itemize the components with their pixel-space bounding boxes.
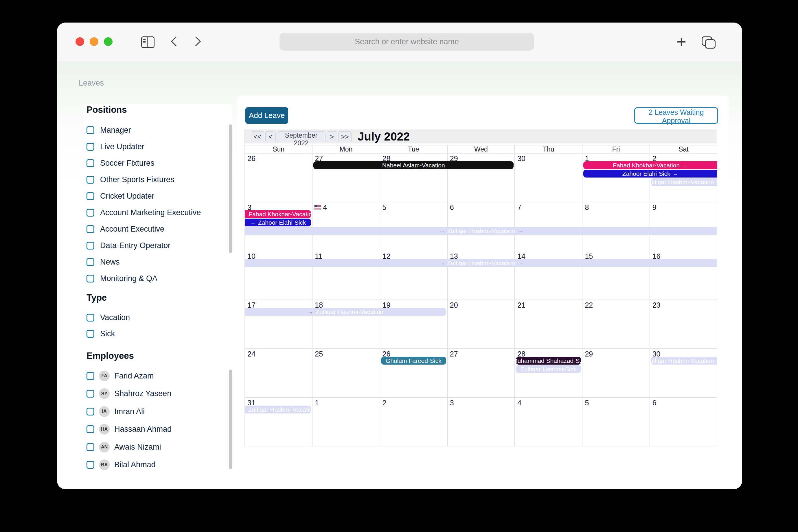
calendar-day-cell[interactable]: 22 (582, 300, 650, 349)
minimize-window-button[interactable] (90, 37, 98, 46)
checkbox-icon[interactable] (87, 192, 94, 200)
calendar-day-cell[interactable]: 24 (245, 349, 312, 398)
position-filter-item[interactable]: Manager (87, 124, 131, 136)
calendar-event[interactable]: →Zulfiqar Hashmi-Vacation→ (245, 227, 717, 235)
employee-filter-item[interactable]: SYShahroz Yaseen (87, 387, 171, 400)
calendar-day-cell[interactable]: 31 (245, 398, 312, 446)
employee-filter-item[interactable]: FAFarid Azam (87, 369, 154, 382)
tab-overview-icon[interactable] (702, 36, 718, 50)
address-search-input[interactable] (279, 33, 534, 51)
employees-scrollbar[interactable] (229, 369, 232, 469)
calendar-event[interactable]: →Zulfiqar Hashmi-Vacation→ (245, 259, 717, 267)
calendar-event[interactable]: Zulfiqar Hashmi-Sick (516, 365, 581, 373)
calendar-day-cell[interactable]: 11 (312, 251, 379, 300)
calendar-day-cell[interactable]: 30 (650, 349, 717, 398)
calendar-day-cell[interactable]: 6 (447, 202, 515, 251)
positions-scrollbar[interactable] (229, 124, 232, 253)
position-filter-item[interactable]: Cricket Updater (87, 190, 154, 202)
calendar-day-cell[interactable]: 19 (380, 300, 447, 349)
calendar-day-cell[interactable]: 30 (515, 153, 582, 202)
calendar-day-cell[interactable]: 2 (650, 153, 717, 202)
position-filter-item[interactable]: Monitoring & QA (87, 273, 157, 284)
calendar-day-cell[interactable]: 4 (515, 398, 582, 446)
calendar-day-cell[interactable]: 3 (245, 202, 312, 251)
calendar-day-cell[interactable]: 17 (245, 300, 312, 349)
calendar-day-cell[interactable]: 7 (515, 202, 582, 251)
checkbox-icon[interactable] (87, 225, 94, 233)
calendar-day-cell[interactable]: 21 (515, 300, 582, 349)
checkbox-icon[interactable] (87, 443, 94, 451)
calendar-event[interactable]: Muhammad Shahazad-S... (516, 357, 581, 365)
calendar-day-cell[interactable]: 9 (650, 202, 717, 251)
checkbox-icon[interactable] (87, 176, 94, 184)
position-filter-item[interactable]: Data-Entry Operator (87, 240, 170, 251)
calendar-day-cell[interactable]: 27 (312, 153, 379, 202)
type-filter-item[interactable]: Vacation (87, 312, 130, 323)
position-filter-item[interactable]: Account Marketing Executive (87, 207, 201, 218)
close-window-button[interactable] (75, 37, 84, 46)
checkbox-icon[interactable] (87, 275, 94, 283)
calendar-day-cell[interactable]: 10 (245, 251, 312, 300)
calendar-day-cell[interactable]: 26 (245, 153, 312, 202)
checkbox-icon[interactable] (87, 372, 94, 380)
calendar-day-cell[interactable]: 1 (312, 398, 379, 446)
calendar-day-cell[interactable]: 8 (582, 202, 650, 251)
calendar-day-cell[interactable]: 29 (582, 349, 650, 398)
calendar-day-cell[interactable]: 1 (582, 153, 650, 202)
calendar-day-cell[interactable]: 18 (312, 300, 379, 349)
calendar-day-cell[interactable]: 29 (447, 153, 515, 202)
employee-filter-item[interactable]: ANAwais Nizami (87, 441, 161, 453)
calendar-day-cell[interactable]: 3 (447, 398, 515, 446)
checkbox-icon[interactable] (87, 258, 94, 266)
calendar-event[interactable]: Zulfiqar Hashmi-Vacation→ (651, 357, 717, 365)
position-filter-item[interactable]: Other Sports Fixtures (87, 174, 174, 185)
calendar-fast-prev-button[interactable]: << (251, 131, 264, 142)
calendar-day-cell[interactable]: 28 (380, 153, 447, 202)
checkbox-icon[interactable] (87, 126, 94, 134)
calendar-event[interactable]: Zulfiqar Hashmi-Vacation→ (651, 178, 717, 186)
calendar-day-cell[interactable]: 26 (380, 349, 447, 398)
calendar-day-cell[interactable]: 4 (312, 202, 379, 251)
add-leave-button[interactable]: Add Leave (245, 107, 288, 124)
new-tab-button[interactable]: + (673, 34, 689, 50)
calendar-day-cell[interactable]: 16 (650, 251, 717, 300)
calendar-day-cell[interactable]: 12 (380, 251, 447, 300)
checkbox-icon[interactable] (87, 330, 94, 338)
calendar-day-cell[interactable]: 5 (582, 398, 650, 446)
calendar-day-cell[interactable]: 6 (650, 398, 717, 446)
position-filter-item[interactable]: Account Executive (87, 223, 164, 235)
calendar-event[interactable]: Ghulam Fareed-Sick (381, 357, 446, 365)
calendar-day-cell[interactable]: 15 (582, 251, 650, 300)
calendar-event[interactable]: →Fahad Khokhar-Vacation (245, 210, 311, 218)
zoom-window-button[interactable] (104, 37, 113, 46)
checkbox-icon[interactable] (87, 209, 94, 216)
calendar-event[interactable]: Zahoor Elahi-Sick→ (583, 170, 717, 177)
forward-button[interactable] (191, 36, 201, 46)
sidebar-toggle-icon[interactable] (141, 36, 154, 48)
calendar-day-cell[interactable]: 28 (515, 349, 582, 398)
calendar-day-cell[interactable]: 25 (312, 349, 379, 398)
calendar-event[interactable]: Fahad Khokhar-Vacation→ (583, 162, 717, 169)
calendar-day-cell[interactable]: 2 (380, 398, 447, 446)
checkbox-icon[interactable] (87, 461, 94, 469)
calendar-month-select[interactable]: September 2022 (277, 131, 326, 142)
calendar-fast-next-button[interactable]: >> (338, 131, 352, 142)
calendar-event[interactable]: →Zahoor Elahi-Sick (245, 218, 311, 226)
checkbox-icon[interactable] (87, 390, 94, 398)
calendar-day-cell[interactable]: 14 (515, 251, 582, 300)
calendar-day-cell[interactable]: 5 (380, 202, 447, 251)
calendar-day-cell[interactable]: 23 (650, 300, 717, 349)
calendar-prev-button[interactable]: < (265, 131, 276, 142)
calendar-next-button[interactable]: > (327, 131, 337, 142)
back-button[interactable] (171, 36, 181, 46)
checkbox-icon[interactable] (87, 159, 94, 167)
calendar-day-cell[interactable]: 20 (447, 300, 515, 349)
position-filter-item[interactable]: Live Updater (87, 141, 144, 152)
employee-filter-item[interactable]: HAHassaan Ahmad (87, 423, 171, 436)
position-filter-item[interactable]: News (87, 256, 120, 268)
position-filter-item[interactable]: Soccer Fixtures (87, 157, 154, 169)
calendar-event[interactable]: →Zulfiqar Hashmi-Vacation (245, 406, 311, 414)
calendar-day-cell[interactable]: 13 (447, 251, 515, 300)
employee-filter-item[interactable]: IAImran Ali (87, 405, 145, 418)
type-filter-item[interactable]: Sick (87, 328, 115, 339)
